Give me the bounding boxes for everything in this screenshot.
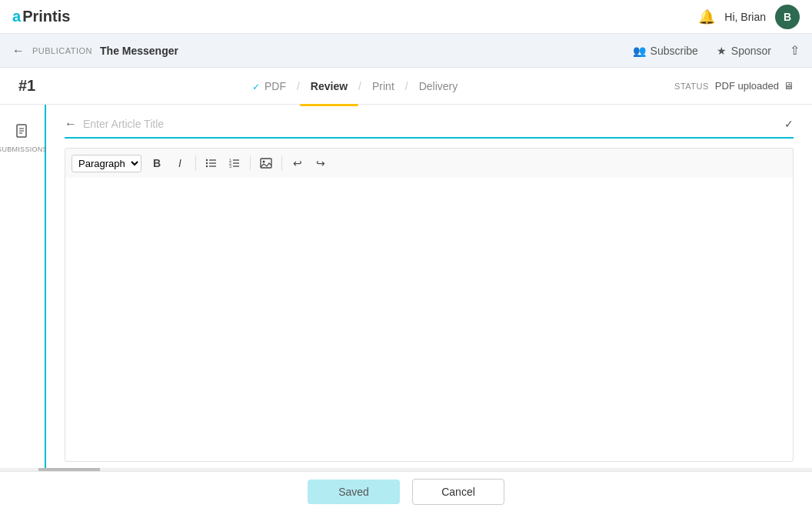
bullet-list-button[interactable] (201, 153, 222, 173)
svg-point-4 (206, 159, 208, 161)
check-icon: ✓ (784, 118, 794, 130)
submissions-icon (15, 123, 30, 142)
numbered-list-button[interactable]: 1.2.3. (224, 153, 245, 173)
nav-right: 🔔 Hi, Brian B (698, 5, 800, 29)
cancel-button[interactable]: Cancel (412, 479, 504, 505)
issue-number: #1 (18, 77, 35, 95)
svg-point-17 (263, 161, 265, 163)
tab-review[interactable]: Review (300, 77, 358, 95)
editor-back-button[interactable]: ← (65, 117, 77, 131)
pub-back-arrow[interactable]: ← (12, 44, 25, 58)
italic-button[interactable]: I (169, 153, 191, 173)
tab-pdf-label: PDF (265, 80, 286, 92)
tab-active-underline (300, 104, 358, 106)
app-logo: a Printis (12, 8, 70, 25)
editor-body[interactable] (65, 178, 794, 462)
saved-button[interactable]: Saved (308, 480, 400, 504)
subscribe-button[interactable]: 👥 Subscribe (633, 45, 698, 57)
logo-a: a (12, 8, 21, 25)
editor-title-row: ← ✓ (65, 117, 794, 139)
avatar[interactable]: B (775, 5, 800, 29)
scroll-track (38, 468, 100, 471)
publication-bar: ← PUBLICATION The Messenger 👥 Subscribe … (0, 34, 812, 68)
tab-delivery[interactable]: Delivery (408, 77, 469, 95)
status-value: PDF uploaded 🖥 (715, 80, 794, 92)
scroll-indicator (0, 468, 812, 471)
sponsor-button[interactable]: ★ Sponsor (717, 45, 771, 57)
sponsor-icon: ★ (717, 45, 727, 57)
undo-button[interactable]: ↩ (287, 153, 308, 173)
toolbar-sep-2 (250, 155, 251, 171)
hi-text: Hi, Brian (724, 11, 766, 23)
svg-point-5 (206, 162, 208, 164)
status-text: PDF uploaded (715, 80, 779, 92)
subscribe-label: Subscribe (651, 45, 698, 57)
editor-area: ← ✓ Paragraph B I 1.2.3. ↩ ↪ (46, 105, 812, 468)
status-area: STATUS PDF uploaded 🖥 (674, 80, 794, 92)
image-button[interactable] (255, 153, 277, 173)
article-title-input[interactable] (83, 118, 778, 130)
svg-text:3.: 3. (229, 164, 232, 169)
tab-print-label: Print (372, 80, 394, 92)
tabs: ✓ PDF / Review / Print / Delivery (241, 77, 468, 95)
pub-right: 👥 Subscribe ★ Sponsor ⇧ (633, 43, 800, 58)
tab-review-label: Review (311, 80, 348, 92)
tab-pdf[interactable]: ✓ PDF (241, 77, 297, 95)
publication-label: PUBLICATION (32, 46, 92, 55)
paragraph-select[interactable]: Paragraph (72, 155, 141, 172)
issue-header: #1 ✓ PDF / Review / Print / Delivery STA… (0, 68, 812, 105)
toolbar-sep-1 (195, 155, 196, 171)
tab-delivery-label: Delivery (419, 80, 458, 92)
sponsor-label: Sponsor (731, 45, 771, 57)
redo-button[interactable]: ↪ (310, 153, 331, 173)
logo-rest: Printis (22, 8, 70, 25)
publication-title: The Messenger (100, 45, 178, 57)
pdf-check-icon: ✓ (252, 82, 260, 92)
pub-left: ← PUBLICATION The Messenger (12, 44, 178, 58)
status-icon: 🖥 (784, 80, 794, 92)
main-content: SUBMISSIONS ← ✓ Paragraph B I 1.2.3. (0, 105, 812, 468)
svg-rect-16 (261, 159, 271, 168)
svg-point-6 (206, 165, 208, 167)
bold-button[interactable]: B (146, 153, 168, 173)
status-label: STATUS (674, 82, 709, 91)
left-sidebar: SUBMISSIONS (0, 105, 46, 468)
share-icon[interactable]: ⇧ (790, 43, 800, 58)
submissions-label: SUBMISSIONS (0, 145, 48, 153)
bottom-bar: Saved Cancel (0, 471, 812, 508)
bell-icon[interactable]: 🔔 (698, 8, 715, 25)
submissions-button[interactable]: SUBMISSIONS (0, 117, 51, 159)
subscribe-icon: 👥 (633, 45, 646, 57)
toolbar-sep-3 (281, 155, 282, 171)
top-nav: a Printis 🔔 Hi, Brian B (0, 0, 812, 34)
tab-print[interactable]: Print (361, 77, 405, 95)
editor-toolbar: Paragraph B I 1.2.3. ↩ ↪ (65, 148, 794, 178)
